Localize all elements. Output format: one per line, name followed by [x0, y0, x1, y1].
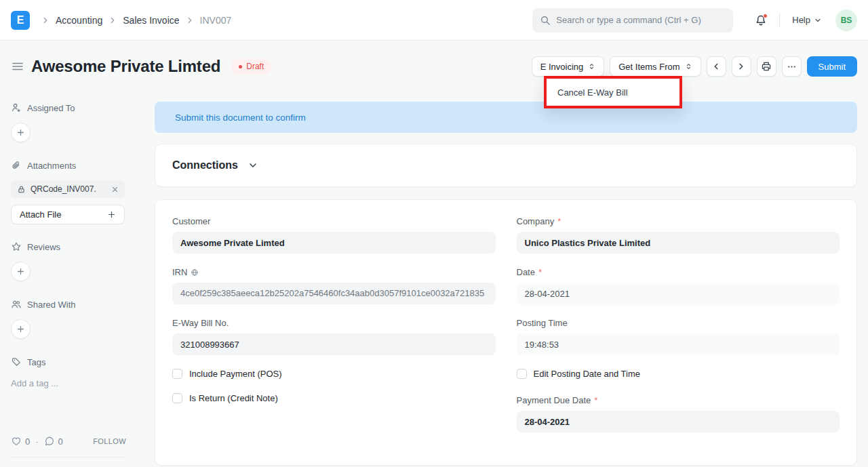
edit-posting-checkbox[interactable]: Edit Posting Date and Time — [517, 369, 840, 379]
attachment-item[interactable]: QRCode_INV007. — [11, 180, 125, 198]
banner-message: Submit this document to confirm — [175, 113, 306, 123]
customer-label: Customer — [172, 216, 210, 226]
posting-time-input[interactable]: 19:48:53 — [517, 333, 840, 355]
eway-bill-label: E-Way Bill No. — [172, 318, 229, 328]
content-area: Assigned To Attachments QRCode_INV007. — [0, 85, 868, 467]
company-label: Company — [517, 216, 555, 226]
select-arrows-icon — [588, 62, 595, 70]
payment-due-date-input[interactable]: 28-04-2021 — [517, 411, 840, 432]
include-payment-label: Include Payment (POS) — [189, 369, 282, 379]
required-marker: * — [538, 267, 542, 277]
get-items-from-label: Get Items From — [618, 62, 679, 72]
assigned-to-label: Assigned To — [27, 103, 75, 113]
form-column-right: Company * Unico Plastics Private Limited… — [517, 216, 840, 446]
attach-file-button[interactable]: Attach File — [11, 205, 125, 224]
users-icon — [11, 299, 22, 310]
comment-icon[interactable] — [44, 436, 55, 447]
posting-time-field: Posting Time 19:48:53 — [517, 318, 840, 355]
lock-icon — [17, 185, 26, 194]
annotation-highlight: Cancel E-Way Bill — [544, 76, 682, 108]
connections-title: Connections — [172, 159, 238, 171]
irn-label: IRN — [172, 267, 187, 277]
attachments-label: Attachments — [27, 161, 76, 171]
follow-button[interactable]: FOLLOW — [93, 437, 126, 445]
attach-file-label: Attach File — [20, 209, 61, 220]
eway-bill-input[interactable]: 321008993667 — [172, 333, 496, 355]
global-search[interactable] — [532, 8, 733, 33]
next-document-button[interactable] — [732, 56, 751, 77]
notifications-bell[interactable] — [755, 14, 767, 26]
document-sidebar: Assigned To Attachments QRCode_INV007. — [0, 85, 155, 467]
printer-icon — [761, 61, 772, 72]
include-payment-checkbox[interactable]: Include Payment (POS) — [172, 369, 496, 379]
status-label: Draft — [246, 62, 264, 71]
is-return-label: Is Return (Credit Note) — [189, 393, 278, 403]
e-invoicing-label: E Invoicing — [540, 62, 584, 72]
sidebar-toggle-icon[interactable] — [11, 60, 24, 73]
checkbox-icon — [517, 369, 527, 379]
like-count: 0 — [25, 436, 30, 447]
e-invoicing-button[interactable]: E Invoicing — [532, 56, 605, 77]
is-return-checkbox[interactable]: Is Return (Credit Note) — [172, 393, 496, 403]
form-column-left: Customer Awesome Private Limted IRN — [172, 216, 496, 446]
assigned-to-section: Assigned To — [11, 102, 126, 114]
checkbox-icon — [172, 393, 182, 403]
breadcrumb-item-accounting[interactable]: Accounting — [56, 15, 102, 26]
help-menu[interactable]: Help — [792, 15, 822, 25]
submit-button[interactable]: Submit — [807, 56, 857, 77]
menu-item-cancel-eway-bill[interactable]: Cancel E-Way Bill — [547, 79, 679, 106]
checkbox-icon — [172, 369, 182, 379]
assign-user-icon — [11, 102, 22, 113]
required-marker: * — [557, 216, 561, 226]
date-field: Date * 28-04-2021 — [517, 267, 840, 304]
attachments-section: Attachments — [11, 159, 126, 171]
collapse-chevron-icon[interactable] — [248, 160, 258, 171]
globe-icon — [191, 268, 199, 277]
reviews-section: Reviews — [11, 241, 126, 253]
add-assignment-button[interactable] — [11, 123, 31, 142]
customer-field: Customer Awesome Private Limted — [172, 216, 496, 253]
payment-due-date-field: Payment Due Date * 28-04-2021 — [517, 395, 840, 432]
breadcrumb-item-inv007[interactable]: INV007 — [200, 15, 232, 26]
tag-icon — [11, 357, 22, 367]
payment-due-date-label: Payment Due Date — [517, 395, 591, 405]
invoice-details-card: Customer Awesome Private Limted IRN — [155, 199, 857, 466]
posting-time-label: Posting Time — [517, 318, 568, 328]
search-icon — [540, 15, 551, 26]
status-dot — [239, 65, 242, 68]
page-header: Awesome Private Limted Draft E Invoicing… — [0, 41, 868, 85]
required-marker: * — [594, 395, 597, 405]
eway-bill-field: E-Way Bill No. 321008993667 — [172, 318, 496, 355]
breadcrumb-item-sales-invoice[interactable]: Sales Invoice — [123, 15, 179, 26]
company-input[interactable]: Unico Plastics Private Limited — [517, 232, 840, 253]
search-input[interactable] — [556, 15, 726, 25]
page-actions: E Invoicing Get Items From — [532, 56, 857, 77]
connections-card: Connections — [155, 144, 857, 187]
breadcrumb: Accounting Sales Invoice INV007 — [37, 15, 231, 26]
select-arrows-icon — [685, 62, 692, 70]
status-badge: Draft — [231, 59, 271, 75]
ellipsis-icon — [787, 62, 797, 72]
print-button[interactable] — [757, 56, 776, 77]
remove-attachment-icon[interactable] — [111, 186, 119, 193]
more-options-button[interactable] — [782, 56, 802, 77]
add-review-button[interactable] — [11, 262, 31, 281]
plus-icon — [107, 210, 116, 219]
heart-icon[interactable] — [11, 436, 22, 447]
chevron-right-icon — [185, 16, 195, 25]
add-share-button[interactable] — [11, 319, 31, 339]
date-input[interactable]: 28-04-2021 — [517, 283, 840, 304]
irn-input[interactable]: 4ce0f259c385aeeca12b25202a7546460fc34aab… — [172, 283, 496, 304]
chevron-down-icon — [814, 16, 822, 24]
chevron-left-icon — [711, 62, 721, 71]
help-label: Help — [792, 15, 810, 25]
social-row: 0 · 0 FOLLOW — [11, 436, 126, 447]
app-logo[interactable]: E — [11, 11, 30, 30]
customer-input[interactable]: Awesome Private Limted — [172, 232, 496, 253]
reviews-label: Reviews — [27, 242, 60, 252]
avatar[interactable]: BS — [835, 9, 857, 31]
previous-document-button[interactable] — [707, 56, 726, 77]
add-tag-input[interactable]: Add a tag ... — [11, 378, 126, 388]
irn-field: IRN 4ce0f259c385aeeca12b25202a7546460fc3… — [172, 267, 496, 304]
get-items-from-button[interactable]: Get Items From — [610, 56, 701, 77]
